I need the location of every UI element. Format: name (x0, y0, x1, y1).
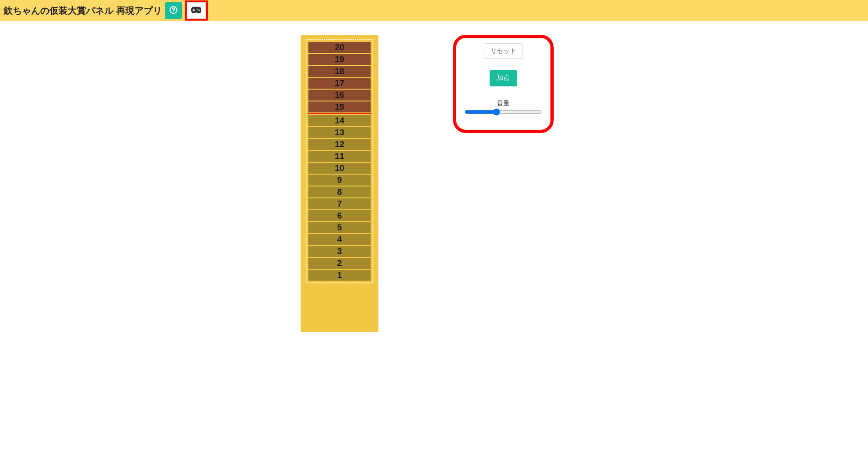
score-row: 18 (308, 66, 371, 77)
app-title: 欽ちゃんの仮装大賞パネル 再現アプリ (4, 5, 162, 17)
volume-slider[interactable] (464, 108, 542, 116)
svg-point-1 (173, 11, 174, 12)
volume-label: 音量 (497, 99, 510, 107)
score-row: 6 (308, 210, 371, 221)
score-row: 13 (308, 127, 371, 138)
score-row: 20 (308, 42, 371, 53)
main-area: 1234567891011121314151617181920 リセット 加点 … (0, 21, 868, 458)
score-row: 12 (308, 139, 371, 150)
score-row: 8 (308, 186, 371, 197)
gamepad-icon (191, 6, 201, 15)
score-row: 2 (308, 258, 371, 269)
score-panel: 1234567891011121314151617181920 (301, 35, 378, 332)
score-row: 11 (308, 151, 371, 162)
threshold-line (307, 113, 372, 114)
app-header: 欽ちゃんの仮装大賞パネル 再現アプリ (0, 0, 868, 21)
score-row: 10 (308, 163, 371, 174)
score-row: 5 (308, 222, 371, 233)
score-row: 19 (308, 54, 371, 65)
score-row: 15 (308, 101, 371, 112)
score-row: 4 (308, 234, 371, 245)
svg-rect-3 (192, 10, 195, 11)
svg-point-5 (199, 10, 199, 11)
score-row: 14 (308, 115, 371, 126)
add-score-button[interactable]: 加点 (490, 70, 517, 86)
controller-button[interactable] (187, 2, 206, 19)
score-row: 7 (308, 198, 371, 209)
svg-point-4 (197, 8, 198, 9)
reset-button[interactable]: リセット (484, 43, 523, 59)
score-row: 16 (308, 90, 371, 101)
score-panel-inner: 1234567891011121314151617181920 (306, 39, 373, 283)
controls-box: リセット 加点 音量 (453, 35, 554, 133)
score-row: 1 (308, 270, 371, 281)
score-row: 17 (308, 78, 371, 89)
question-circle-icon (169, 5, 178, 16)
score-row: 9 (308, 175, 371, 186)
help-button[interactable] (165, 2, 182, 19)
score-row: 3 (308, 246, 371, 257)
